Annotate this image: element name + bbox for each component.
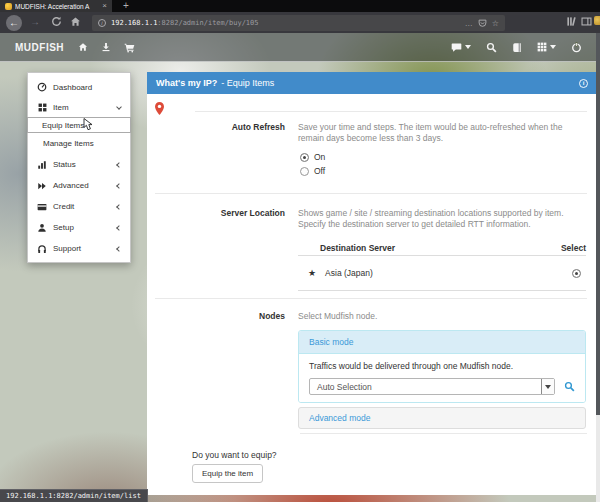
- sidebar-item-setup[interactable]: Setup: [28, 217, 130, 238]
- tab-title: MUDFISH: Acceleration A: [15, 3, 99, 10]
- divider: [155, 193, 587, 194]
- chevron-left-icon: [116, 162, 122, 168]
- comment-icon[interactable]: [451, 42, 471, 53]
- server-location-description: Shows game / site / streaming destinatio…: [298, 208, 586, 230]
- sidebar-menu: Dashboard Item Equip Items Manage Items …: [27, 72, 131, 263]
- chevron-left-icon: [116, 246, 122, 252]
- extension-icon[interactable]: [594, 16, 600, 25]
- sidebar-item-label: Status: [53, 160, 76, 169]
- radio-on[interactable]: [300, 153, 309, 162]
- library-icon[interactable]: [566, 16, 577, 27]
- bar-chart-icon: [37, 160, 47, 170]
- download-icon[interactable]: [101, 42, 111, 52]
- sidebar-item-label: Setup: [53, 223, 74, 232]
- sidebar-item-credit[interactable]: Credit: [28, 196, 130, 217]
- home-icon[interactable]: [70, 16, 81, 27]
- pocket-icon[interactable]: [478, 19, 487, 28]
- col-select: Select: [561, 243, 586, 253]
- mouse-cursor: [82, 118, 93, 132]
- divider: [155, 298, 587, 299]
- chevron-left-icon: [116, 225, 122, 231]
- forward-icon: [37, 181, 47, 191]
- sidebar-item-dashboard[interactable]: Dashboard: [28, 77, 130, 97]
- sidebar-item-label: Advanced: [53, 181, 89, 190]
- browser-tab[interactable]: MUDFISH: Acceleration A ×: [0, 0, 112, 12]
- destination-select-radio[interactable]: [572, 269, 581, 278]
- map-marker-icon: [155, 102, 164, 115]
- panel-body: Auto Refresh Save your time and steps. T…: [147, 94, 597, 495]
- sidebar-item-status[interactable]: Status: [28, 154, 130, 175]
- advanced-mode-panel[interactable]: Advanced mode: [298, 407, 586, 429]
- sidebar-item-manage-items[interactable]: Manage Items: [28, 133, 130, 154]
- forward-button[interactable]: →: [30, 16, 40, 27]
- auto-refresh-option-on[interactable]: On: [300, 152, 325, 162]
- node-select[interactable]: Auto Selection: [309, 378, 555, 395]
- auto-refresh-description: Save your time and steps. The item would…: [298, 122, 586, 144]
- page-actions-icon[interactable]: …: [465, 19, 473, 28]
- server-location-table: Destination Server Select ★ Asia (Japan): [298, 240, 586, 291]
- status-link-text: 192.168.1.1:8282/admin/item/list: [6, 492, 141, 500]
- app-navbar: MUDFISH: [0, 33, 600, 62]
- credit-card-icon: [37, 202, 47, 212]
- nodes-mode-panels: Basic mode Traffics would be delivered t…: [298, 330, 586, 429]
- power-icon[interactable]: [571, 42, 582, 53]
- sidebar-item-item[interactable]: Item: [28, 97, 130, 117]
- info-icon[interactable]: i: [579, 79, 588, 88]
- url-path: :8282/admin/item/buy/105: [157, 19, 258, 27]
- auto-refresh-option-off[interactable]: Off: [300, 166, 325, 176]
- book-icon[interactable]: [512, 42, 522, 53]
- tab-close-icon[interactable]: ×: [102, 1, 107, 11]
- sidebar-item-label: Dashboard: [53, 83, 92, 92]
- basic-mode-body: Traffics would be delivered through one …: [299, 353, 585, 402]
- grid-icon[interactable]: [537, 42, 556, 52]
- chevron-down-icon: [116, 104, 122, 110]
- chevron-left-icon: [116, 183, 122, 189]
- node-search-icon[interactable]: [564, 381, 575, 392]
- back-button[interactable]: ←: [6, 15, 22, 31]
- node-select-row: Auto Selection: [309, 378, 575, 395]
- sidebar-item-advanced[interactable]: Advanced: [28, 175, 130, 196]
- dashboard-icon: [37, 82, 47, 92]
- select-dropdown-arrow[interactable]: [541, 379, 554, 394]
- brand-logo[interactable]: MUDFISH: [15, 42, 64, 53]
- basic-mode-header[interactable]: Basic mode: [299, 331, 585, 353]
- reload-icon[interactable]: [51, 16, 62, 27]
- table-row: ★ Asia (Japan): [298, 256, 586, 291]
- panel-title: What's my IP?: [156, 78, 217, 88]
- divider: [195, 111, 587, 112]
- url-host: 192.168.1.1: [111, 19, 157, 27]
- sidebar-item-label: Manage Items: [43, 139, 94, 148]
- new-tab-button[interactable]: +: [123, 0, 129, 12]
- status-bar: 192.168.1.1:8282/admin/item/list: [0, 489, 148, 502]
- equip-question: Do you want to equip?: [192, 450, 277, 460]
- col-destination-server: Destination Server: [298, 243, 395, 253]
- sidebar-toggle-icon[interactable]: [581, 16, 592, 27]
- chevron-left-icon: [116, 204, 122, 210]
- sidebar-item-label: Equip Items: [42, 121, 84, 130]
- radio-off-label[interactable]: Off: [314, 166, 325, 176]
- browser-tab-bar: MUDFISH: Acceleration A × +: [0, 0, 600, 12]
- cart-icon[interactable]: [124, 42, 135, 53]
- bookmark-star-icon[interactable]: ☆: [492, 19, 499, 28]
- equip-items-panel: What's my IP? - Equip Items i Auto Refre…: [147, 72, 597, 495]
- user-icon: [37, 223, 47, 233]
- navbar-right-group: [451, 42, 590, 53]
- nodes-description: Select Mudfish node.: [298, 311, 586, 322]
- search-icon[interactable]: [486, 42, 497, 53]
- equip-button[interactable]: Equip the item: [192, 464, 263, 483]
- radio-off[interactable]: [300, 167, 309, 176]
- sidebar-item-equip-items[interactable]: Equip Items: [27, 117, 131, 133]
- home-icon[interactable]: [78, 42, 88, 52]
- radio-on-label[interactable]: On: [314, 152, 325, 162]
- panel-header: What's my IP? - Equip Items i: [147, 72, 597, 94]
- server-location-label: Server Location: [147, 208, 285, 218]
- scrollbar-thumb[interactable]: [596, 33, 600, 415]
- site-info-icon[interactable]: i: [98, 19, 106, 27]
- mudfish-favicon: [5, 3, 12, 10]
- sidebar-item-label: Credit: [53, 202, 74, 211]
- sidebar-item-label: Item: [53, 103, 69, 112]
- star-icon[interactable]: ★: [298, 268, 316, 278]
- sidebar-item-support[interactable]: Support: [28, 238, 130, 259]
- url-bar[interactable]: i 192.168.1.1:8282/admin/item/buy/105 … …: [92, 15, 505, 31]
- nodes-label: Nodes: [147, 311, 285, 321]
